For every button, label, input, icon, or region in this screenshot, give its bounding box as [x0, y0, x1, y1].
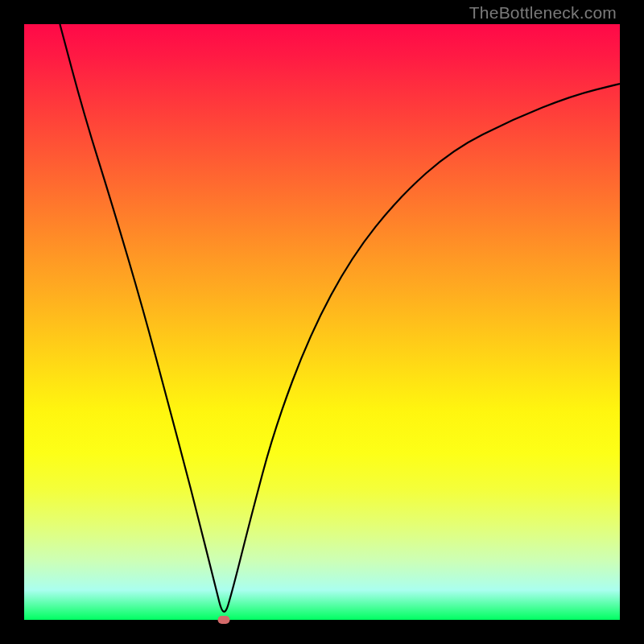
optimum-marker: [217, 616, 229, 624]
chart-frame: TheBottleneck.com: [0, 0, 644, 644]
curve-layer: [24, 24, 620, 620]
plot-area: [24, 24, 620, 620]
bottleneck-curve: [60, 24, 620, 612]
watermark-text: TheBottleneck.com: [469, 3, 617, 23]
